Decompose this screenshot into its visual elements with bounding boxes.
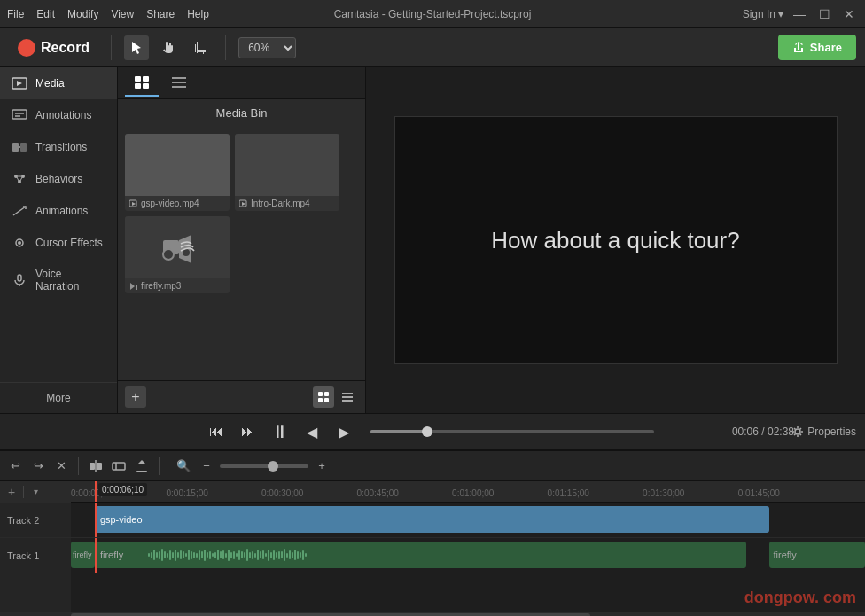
track-options-button[interactable]: ▾ bbox=[27, 484, 43, 500]
more-button[interactable]: More bbox=[0, 382, 117, 413]
current-time: 00:06 bbox=[732, 425, 759, 438]
svg-rect-28 bbox=[318, 392, 323, 396]
next-frame-button[interactable]: ▶ bbox=[331, 419, 356, 444]
sidebar-item-behaviors[interactable]: Behaviors bbox=[0, 163, 117, 195]
media-panel: Media Bin gsp-video.mp4 Intro-Dark.mp4 bbox=[118, 67, 366, 413]
svg-rect-34 bbox=[342, 400, 353, 402]
timeline-body: + ▾ Track 2 Track 1 0:00:06;10 0:00:00;0… bbox=[0, 481, 865, 612]
ruler-tick-2: 0:00:30;00 bbox=[261, 488, 303, 498]
view-buttons bbox=[313, 386, 358, 408]
step-forward-button[interactable]: ⏭ bbox=[236, 419, 261, 444]
ripple-button[interactable] bbox=[109, 456, 129, 476]
svg-rect-41 bbox=[136, 471, 147, 472]
voice-narration-icon bbox=[11, 273, 28, 287]
tab-grid-view[interactable] bbox=[125, 70, 159, 97]
menu-share[interactable]: Share bbox=[146, 8, 175, 20]
media-panel-tabs bbox=[118, 67, 365, 99]
ruler-spacer: + ▾ bbox=[0, 481, 71, 503]
media-item-gsp-video[interactable]: gsp-video.mp4 bbox=[125, 134, 230, 211]
pointer-tool-button[interactable] bbox=[124, 35, 149, 60]
main-content: Media Annotations Transitions Behaviors … bbox=[0, 67, 865, 413]
clip-firefly-right[interactable]: firefly bbox=[769, 542, 865, 568]
sidebar-label-transitions: Transitions bbox=[35, 141, 87, 153]
sign-in-button[interactable]: Sign In ▾ bbox=[743, 8, 783, 20]
tab-list-view[interactable] bbox=[162, 70, 196, 97]
clip-firefly-main[interactable]: firefly (function() { const heights = [4… bbox=[95, 542, 746, 568]
svg-rect-31 bbox=[324, 398, 329, 402]
clip-firefly-left[interactable]: firefly bbox=[71, 542, 95, 568]
step-back-button[interactable]: ⏮ bbox=[204, 419, 229, 444]
timeline-scrollbar[interactable] bbox=[0, 612, 865, 616]
media-item-intro-dark[interactable]: Intro-Dark.mp4 bbox=[235, 134, 339, 211]
add-track-button[interactable]: + bbox=[4, 484, 19, 500]
properties-button[interactable]: Properties bbox=[791, 425, 856, 438]
timeline-playhead-track2 bbox=[95, 503, 97, 537]
ruler-tick-7: 0:01:45;00 bbox=[738, 488, 780, 498]
media-icon bbox=[11, 76, 28, 90]
sidebar-item-animations[interactable]: Animations bbox=[0, 195, 117, 227]
svg-rect-29 bbox=[324, 392, 329, 396]
delete-button[interactable]: ✕ bbox=[51, 456, 71, 476]
undo-button[interactable]: ↩ bbox=[5, 456, 25, 476]
split-button[interactable] bbox=[86, 456, 105, 476]
title-bar: File Edit Modify View Share Help Camtasi… bbox=[0, 0, 865, 28]
sidebar-label-animations: Animations bbox=[35, 205, 88, 217]
record-button[interactable]: Record bbox=[9, 39, 98, 57]
zoom-select[interactable]: 60% 75% 100% bbox=[238, 37, 296, 58]
play-pause-button[interactable]: ⏸ bbox=[268, 419, 292, 444]
share-button[interactable]: Share bbox=[778, 35, 856, 60]
timeline-playhead-track1 bbox=[95, 538, 97, 573]
sign-in-label: Sign In bbox=[743, 8, 775, 20]
maximize-button[interactable]: ☐ bbox=[815, 5, 833, 23]
menu-file[interactable]: File bbox=[7, 8, 24, 20]
thumbnail-view-button[interactable] bbox=[313, 386, 334, 408]
zoom-slider[interactable] bbox=[220, 464, 308, 468]
minimize-button[interactable]: — bbox=[791, 5, 808, 23]
svg-rect-20 bbox=[172, 77, 186, 79]
svg-rect-18 bbox=[135, 83, 141, 89]
sidebar-item-cursor-effects[interactable]: Cursor Effects bbox=[0, 227, 117, 259]
svg-rect-19 bbox=[143, 83, 149, 89]
sign-in-chevron: ▾ bbox=[778, 8, 783, 20]
preview-canvas: How about a quick tour? bbox=[394, 116, 838, 364]
sidebar-label-cursor-effects: Cursor Effects bbox=[35, 237, 103, 249]
properties-label: Properties bbox=[807, 425, 856, 438]
timeline-content: 0:00:06;10 0:00:00;00 0:00:15;00 0:00:30… bbox=[71, 481, 865, 612]
toolbar-divider-1 bbox=[111, 35, 112, 60]
menu-edit[interactable]: Edit bbox=[36, 8, 55, 20]
zoom-icon-button[interactable]: 🔍 bbox=[174, 456, 193, 476]
menu-help[interactable]: Help bbox=[187, 8, 209, 20]
sidebar: Media Annotations Transitions Behaviors … bbox=[0, 67, 118, 413]
media-thumb-firefly bbox=[125, 216, 230, 278]
menu-view[interactable]: View bbox=[111, 8, 134, 20]
close-button[interactable]: ✕ bbox=[840, 5, 858, 23]
menu-modify[interactable]: Modify bbox=[67, 8, 98, 20]
zoom-out-button[interactable]: − bbox=[197, 456, 216, 476]
add-media-button[interactable]: + bbox=[125, 386, 146, 408]
svg-rect-32 bbox=[342, 393, 353, 394]
track-2-content: gsp-video bbox=[71, 503, 865, 538]
zoom-in-button[interactable]: + bbox=[312, 456, 331, 476]
crop-tool-button[interactable] bbox=[188, 35, 213, 60]
sidebar-item-voice-narration[interactable]: Voice Narration bbox=[0, 259, 117, 301]
ruler-tick-5: 0:01:15;00 bbox=[548, 488, 589, 498]
playback-thumb[interactable] bbox=[422, 426, 432, 437]
svg-rect-33 bbox=[342, 396, 353, 398]
annotations-icon bbox=[11, 108, 28, 122]
clip-gsp-video[interactable]: gsp-video bbox=[95, 506, 770, 533]
sidebar-item-media[interactable]: Media bbox=[0, 67, 117, 99]
media-thumb-gsp-video bbox=[125, 134, 230, 196]
list-view-button[interactable] bbox=[337, 386, 358, 408]
svg-rect-22 bbox=[172, 86, 186, 88]
prev-frame-button[interactable]: ◀ bbox=[300, 419, 324, 444]
sidebar-item-transitions[interactable]: Transitions bbox=[0, 131, 117, 163]
preview-panel: How about a quick tour? bbox=[366, 67, 865, 413]
playback-track[interactable] bbox=[370, 430, 654, 433]
media-item-firefly[interactable]: firefly.mp3 bbox=[125, 216, 230, 293]
redo-button[interactable]: ↪ bbox=[28, 456, 48, 476]
hand-tool-button[interactable] bbox=[156, 35, 181, 60]
sidebar-item-annotations[interactable]: Annotations bbox=[0, 99, 117, 131]
svg-rect-4 bbox=[12, 143, 19, 152]
main-toolbar: Record 60% 75% 100% Share bbox=[0, 28, 865, 67]
marker-button[interactable] bbox=[132, 456, 152, 476]
